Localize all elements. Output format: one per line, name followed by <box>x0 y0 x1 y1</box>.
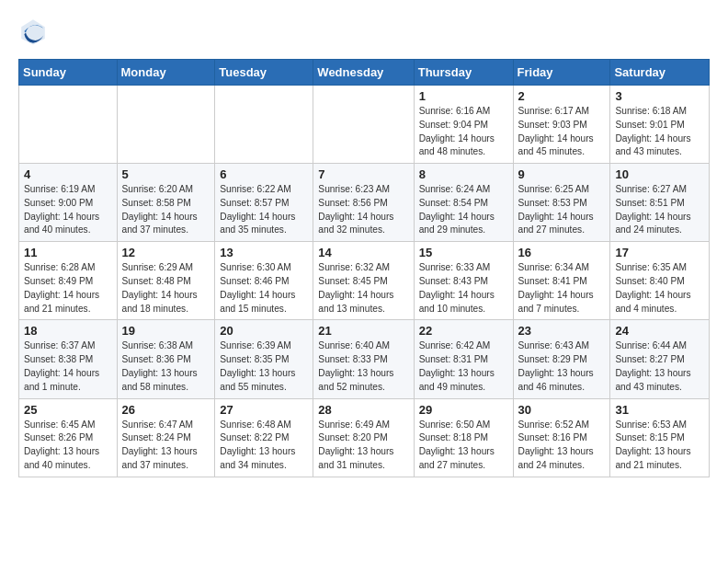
day-number: 4 <box>24 167 112 181</box>
day-number: 30 <box>518 403 606 417</box>
calendar-cell: 11Sunrise: 6:28 AM Sunset: 8:49 PM Dayli… <box>19 242 118 320</box>
calendar-week-row: 1Sunrise: 6:16 AM Sunset: 9:04 PM Daylig… <box>19 86 710 164</box>
day-number: 6 <box>220 167 308 181</box>
calendar-cell: 9Sunrise: 6:25 AM Sunset: 8:53 PM Daylig… <box>513 164 610 242</box>
day-number: 20 <box>220 324 308 338</box>
day-number: 11 <box>24 246 112 259</box>
day-info: Sunrise: 6:25 AM Sunset: 8:53 PM Dayligh… <box>518 183 606 237</box>
calendar-table: SundayMondayTuesdayWednesdayThursdayFrid… <box>18 59 710 477</box>
calendar-cell: 16Sunrise: 6:34 AM Sunset: 8:41 PM Dayli… <box>513 242 610 320</box>
day-number: 22 <box>419 324 508 338</box>
calendar-cell: 28Sunrise: 6:49 AM Sunset: 8:20 PM Dayli… <box>313 398 414 477</box>
day-number: 9 <box>518 167 606 181</box>
calendar-week-row: 25Sunrise: 6:45 AM Sunset: 8:26 PM Dayli… <box>19 398 710 477</box>
day-number: 16 <box>518 246 606 259</box>
day-number: 13 <box>220 246 308 259</box>
calendar-cell: 1Sunrise: 6:16 AM Sunset: 9:04 PM Daylig… <box>414 86 513 164</box>
day-info: Sunrise: 6:22 AM Sunset: 8:57 PM Dayligh… <box>220 183 308 237</box>
day-number: 12 <box>122 246 210 259</box>
day-info: Sunrise: 6:40 AM Sunset: 8:33 PM Dayligh… <box>318 339 408 394</box>
calendar-cell: 22Sunrise: 6:42 AM Sunset: 8:31 PM Dayli… <box>414 320 513 398</box>
calendar-cell: 8Sunrise: 6:24 AM Sunset: 8:54 PM Daylig… <box>414 164 513 242</box>
day-info: Sunrise: 6:45 AM Sunset: 8:26 PM Dayligh… <box>24 419 112 473</box>
calendar-cell: 6Sunrise: 6:22 AM Sunset: 8:57 PM Daylig… <box>215 164 313 242</box>
day-number: 8 <box>419 167 508 181</box>
calendar-cell: 15Sunrise: 6:33 AM Sunset: 8:43 PM Dayli… <box>414 242 513 320</box>
calendar-cell: 18Sunrise: 6:37 AM Sunset: 8:38 PM Dayli… <box>19 320 118 398</box>
day-info: Sunrise: 6:33 AM Sunset: 8:43 PM Dayligh… <box>419 261 508 316</box>
day-info: Sunrise: 6:37 AM Sunset: 8:38 PM Dayligh… <box>24 339 112 394</box>
calendar-cell: 29Sunrise: 6:50 AM Sunset: 8:18 PM Dayli… <box>414 398 513 477</box>
day-number: 24 <box>615 324 704 338</box>
day-number: 18 <box>24 324 112 338</box>
day-number: 28 <box>318 403 408 417</box>
day-info: Sunrise: 6:34 AM Sunset: 8:41 PM Dayligh… <box>518 261 606 316</box>
day-info: Sunrise: 6:43 AM Sunset: 8:29 PM Dayligh… <box>518 339 606 394</box>
day-info: Sunrise: 6:44 AM Sunset: 8:27 PM Dayligh… <box>615 339 704 394</box>
day-info: Sunrise: 6:50 AM Sunset: 8:18 PM Dayligh… <box>419 419 508 473</box>
calendar-cell: 26Sunrise: 6:47 AM Sunset: 8:24 PM Dayli… <box>117 398 215 477</box>
day-info: Sunrise: 6:17 AM Sunset: 9:03 PM Dayligh… <box>518 105 606 159</box>
day-number: 19 <box>122 324 210 338</box>
calendar-cell: 25Sunrise: 6:45 AM Sunset: 8:26 PM Dayli… <box>19 398 118 477</box>
calendar-cell: 3Sunrise: 6:18 AM Sunset: 9:01 PM Daylig… <box>610 86 710 164</box>
calendar-cell: 30Sunrise: 6:52 AM Sunset: 8:16 PM Dayli… <box>513 398 610 477</box>
day-number: 15 <box>419 246 508 259</box>
calendar-cell: 4Sunrise: 6:19 AM Sunset: 9:00 PM Daylig… <box>19 164 118 242</box>
day-number: 10 <box>615 167 704 181</box>
day-number: 17 <box>615 246 704 259</box>
calendar-week-row: 4Sunrise: 6:19 AM Sunset: 9:00 PM Daylig… <box>19 164 710 242</box>
day-number: 26 <box>122 403 210 417</box>
day-number: 2 <box>518 89 606 103</box>
day-number: 31 <box>615 403 704 417</box>
day-number: 3 <box>615 89 704 103</box>
calendar-header-friday: Friday <box>513 60 610 86</box>
page: SundayMondayTuesdayWednesdayThursdayFrid… <box>0 0 728 490</box>
logo <box>18 17 53 46</box>
calendar-cell: 14Sunrise: 6:32 AM Sunset: 8:45 PM Dayli… <box>313 242 414 320</box>
day-info: Sunrise: 6:38 AM Sunset: 8:36 PM Dayligh… <box>122 339 210 394</box>
calendar-cell: 21Sunrise: 6:40 AM Sunset: 8:33 PM Dayli… <box>313 320 414 398</box>
day-info: Sunrise: 6:29 AM Sunset: 8:48 PM Dayligh… <box>122 261 210 316</box>
calendar-cell: 23Sunrise: 6:43 AM Sunset: 8:29 PM Dayli… <box>513 320 610 398</box>
day-number: 1 <box>419 89 508 103</box>
calendar-cell: 17Sunrise: 6:35 AM Sunset: 8:40 PM Dayli… <box>610 242 710 320</box>
calendar-cell: 12Sunrise: 6:29 AM Sunset: 8:48 PM Dayli… <box>117 242 215 320</box>
calendar-cell <box>117 86 215 164</box>
day-number: 27 <box>220 403 308 417</box>
calendar-header-wednesday: Wednesday <box>313 60 414 86</box>
logo-icon <box>18 17 48 46</box>
calendar-cell: 20Sunrise: 6:39 AM Sunset: 8:35 PM Dayli… <box>215 320 313 398</box>
calendar-cell: 27Sunrise: 6:48 AM Sunset: 8:22 PM Dayli… <box>215 398 313 477</box>
day-info: Sunrise: 6:20 AM Sunset: 8:58 PM Dayligh… <box>122 183 210 237</box>
day-info: Sunrise: 6:16 AM Sunset: 9:04 PM Dayligh… <box>419 105 508 159</box>
calendar-header-row: SundayMondayTuesdayWednesdayThursdayFrid… <box>19 60 710 86</box>
calendar-cell: 19Sunrise: 6:38 AM Sunset: 8:36 PM Dayli… <box>117 320 215 398</box>
day-info: Sunrise: 6:47 AM Sunset: 8:24 PM Dayligh… <box>122 419 210 473</box>
calendar-cell <box>215 86 313 164</box>
calendar-week-row: 18Sunrise: 6:37 AM Sunset: 8:38 PM Dayli… <box>19 320 710 398</box>
calendar-cell <box>19 86 118 164</box>
day-number: 29 <box>419 403 508 417</box>
calendar-cell: 5Sunrise: 6:20 AM Sunset: 8:58 PM Daylig… <box>117 164 215 242</box>
calendar-cell: 10Sunrise: 6:27 AM Sunset: 8:51 PM Dayli… <box>610 164 710 242</box>
calendar-cell: 2Sunrise: 6:17 AM Sunset: 9:03 PM Daylig… <box>513 86 610 164</box>
day-number: 14 <box>318 246 408 259</box>
day-number: 25 <box>24 403 112 417</box>
day-info: Sunrise: 6:30 AM Sunset: 8:46 PM Dayligh… <box>220 261 308 316</box>
day-info: Sunrise: 6:39 AM Sunset: 8:35 PM Dayligh… <box>220 339 308 394</box>
day-info: Sunrise: 6:32 AM Sunset: 8:45 PM Dayligh… <box>318 261 408 316</box>
day-info: Sunrise: 6:24 AM Sunset: 8:54 PM Dayligh… <box>419 183 508 237</box>
calendar-cell <box>313 86 414 164</box>
day-number: 21 <box>318 324 408 338</box>
day-info: Sunrise: 6:42 AM Sunset: 8:31 PM Dayligh… <box>419 339 508 394</box>
day-info: Sunrise: 6:52 AM Sunset: 8:16 PM Dayligh… <box>518 419 606 473</box>
day-number: 7 <box>318 167 408 181</box>
calendar-week-row: 11Sunrise: 6:28 AM Sunset: 8:49 PM Dayli… <box>19 242 710 320</box>
calendar-cell: 31Sunrise: 6:53 AM Sunset: 8:15 PM Dayli… <box>610 398 710 477</box>
day-number: 5 <box>122 167 210 181</box>
calendar-header-monday: Monday <box>117 60 215 86</box>
calendar-cell: 24Sunrise: 6:44 AM Sunset: 8:27 PM Dayli… <box>610 320 710 398</box>
day-info: Sunrise: 6:49 AM Sunset: 8:20 PM Dayligh… <box>318 419 408 473</box>
calendar-header-thursday: Thursday <box>414 60 513 86</box>
